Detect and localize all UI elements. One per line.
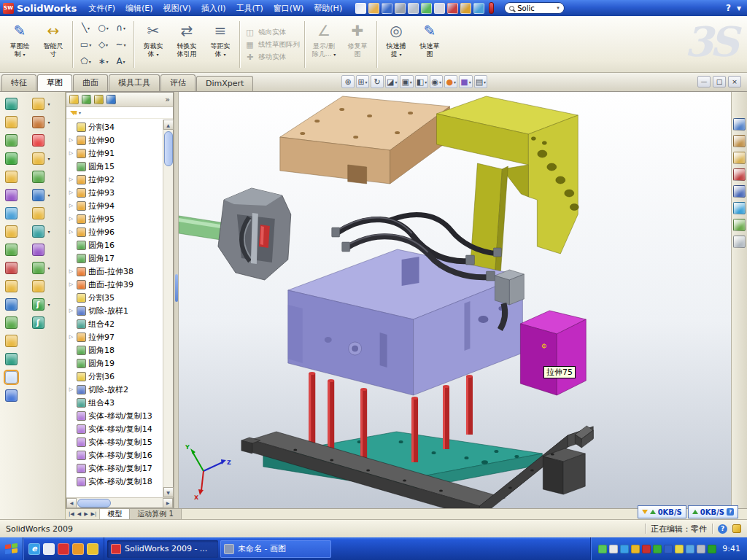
tab-mold-tools[interactable]: 模具工具 [109, 74, 160, 91]
open-icon[interactable] [368, 3, 379, 14]
start-button[interactable] [0, 537, 23, 560]
section-view-icon[interactable]: ◪▾ [385, 75, 398, 88]
tab-nav-arrow-icon[interactable]: ◀ [77, 511, 82, 517]
tab-nav-arrow-icon[interactable]: ▶ [83, 511, 88, 517]
restore-button[interactable]: □ [713, 76, 726, 88]
header-chevron-icon[interactable]: » [165, 95, 170, 104]
scroll-left-icon[interactable]: ◀ [66, 498, 77, 508]
tree-item[interactable]: ▷ 曲面-拉伸38 [68, 265, 163, 278]
dock-tool-icon[interactable] [5, 262, 18, 274]
home-icon[interactable] [733, 118, 746, 131]
tree-item[interactable]: ▷ 拉伸94 [68, 199, 163, 212]
view-orientation-icon[interactable]: ▣▾ [400, 75, 413, 88]
taskbar-button-solidworks[interactable]: SolidWorks 2009 - ... [107, 540, 218, 558]
tab-model[interactable]: 模型 [100, 509, 130, 519]
quick-tips-icon[interactable]: ? [718, 524, 727, 534]
hide-show-items-icon[interactable]: ◉▾ [430, 75, 443, 88]
menu-item[interactable]: 帮助(H) [309, 1, 347, 16]
tree-item[interactable]: 圆角15 [68, 160, 163, 173]
tree-item[interactable]: 圆角17 [68, 252, 163, 265]
search-box[interactable]: ▾ [504, 2, 565, 14]
tray-icon[interactable] [653, 545, 662, 553]
expand-arrow-icon[interactable]: ▷ [68, 334, 74, 340]
linear-sketch-pattern-button[interactable]: ▦线性草图阵列 [244, 40, 300, 50]
panel-splitter[interactable] [174, 92, 179, 508]
hook-tool-icon[interactable]: ʃ [32, 316, 44, 329]
tree-item[interactable]: 实体-移动/复制14 [68, 422, 163, 435]
tree-item[interactable]: ▷ 切除-放样2 [68, 383, 163, 396]
tree-item[interactable]: 组合42 [68, 317, 163, 330]
tree-item[interactable]: 分割35 [68, 291, 163, 304]
scroll-down-icon[interactable]: ▼ [163, 487, 174, 497]
expand-arrow-icon[interactable]: ▷ [68, 386, 74, 392]
ellipse-tool[interactable]: ◇▾ [95, 36, 112, 52]
tree-item[interactable]: ▷ 拉伸92 [68, 173, 163, 186]
expand-arrow-icon[interactable]: ▷ [68, 229, 74, 235]
previous-view-icon[interactable]: ↻ [371, 75, 384, 88]
tree-item[interactable]: ▷ 拉伸93 [68, 186, 163, 199]
hook-tool-icon[interactable]: ʃ [32, 298, 44, 311]
rectangle-tool[interactable]: ▭▾ [77, 36, 94, 52]
dock-tool-icon[interactable] [5, 207, 18, 219]
new-document-icon[interactable] [355, 3, 366, 14]
dock-tool-icon[interactable] [5, 189, 18, 201]
select-icon[interactable] [434, 3, 445, 14]
rebuild-icon[interactable] [447, 3, 458, 14]
dock-tool-icon[interactable] [32, 207, 44, 219]
options-icon[interactable] [460, 3, 471, 14]
zoom-to-area-icon[interactable]: ⊞▾ [356, 75, 369, 88]
print-icon[interactable] [395, 3, 406, 14]
featuremanager-tab-icon[interactable] [69, 95, 79, 104]
undo-icon[interactable] [421, 3, 432, 14]
mirror-entities-button[interactable]: ◫镜向实体 [244, 28, 300, 37]
dock-tool-icon[interactable] [5, 280, 18, 292]
text-tool[interactable]: A▾ [112, 53, 129, 69]
apply-scene-icon[interactable]: ■▾ [459, 75, 472, 88]
expand-arrow-icon[interactable]: ▷ [68, 176, 74, 182]
expand-arrow-icon[interactable]: ▷ [68, 216, 74, 222]
custom-properties-icon[interactable] [733, 236, 746, 248]
tree-item[interactable]: 圆角18 [68, 343, 163, 357]
display-delete-relations-button[interactable]: ∠ 显示/删除几... ▾ [307, 18, 341, 71]
dock-tool-icon[interactable] [32, 244, 44, 256]
design-library-icon[interactable] [733, 152, 746, 164]
edit-appearance-icon[interactable]: ●▾ [444, 75, 457, 88]
save-icon[interactable] [382, 3, 392, 14]
search-icon[interactable] [733, 185, 746, 198]
dock-tool-icon[interactable] [5, 225, 18, 238]
tree-item[interactable]: 组合43 [68, 396, 163, 409]
tree-item[interactable]: ▷ 拉伸96 [68, 225, 163, 238]
tree-item[interactable]: ▷ 拉伸91 [68, 147, 163, 160]
arc-tool[interactable]: ∩▾ [112, 20, 129, 36]
tree-vertical-scrollbar[interactable]: ▲ ▼ [163, 120, 173, 497]
dock-tool-icon[interactable] [5, 152, 18, 165]
tray-icon[interactable] [686, 545, 694, 553]
expand-arrow-icon[interactable]: ▷ [68, 137, 74, 143]
taskbar-button-paint[interactable]: 未命名 - 画图 [220, 540, 331, 558]
sketch-pencil-icon[interactable] [5, 371, 18, 384]
tree-item[interactable]: ▷ 拉伸95 [68, 212, 163, 225]
tree-item[interactable]: ▷ 拉伸90 [68, 133, 163, 147]
dock-tool-icon[interactable] [5, 316, 18, 329]
tree-item[interactable]: ▷ 拉伸97 [68, 330, 163, 343]
help-icon[interactable]: ? [726, 3, 731, 13]
dock-tool-icon[interactable] [5, 389, 18, 402]
sketch-button[interactable]: ✎ 草图绘制 ▾ [3, 18, 36, 71]
tree-item[interactable]: ▷ 曲面-拉伸39 [68, 278, 163, 291]
dock-tool-icon[interactable] [5, 335, 18, 347]
dock-tool-icon[interactable] [5, 134, 18, 147]
zoom-to-fit-icon[interactable]: ⊕ [341, 75, 355, 88]
solidworks-shortcut-icon[interactable] [58, 543, 69, 555]
quick-snaps-button[interactable]: ◎ 快速捕捉 ▾ [379, 18, 413, 71]
tree-horizontal-scrollbar[interactable]: ◀ ▶ [66, 497, 173, 508]
expand-arrow-icon[interactable]: ▷ [68, 203, 74, 209]
tree-item[interactable]: 实体-移动/复制13 [68, 409, 163, 422]
search-dropdown-icon[interactable]: ▾ [557, 5, 560, 11]
dock-tool-icon[interactable] [32, 98, 44, 110]
tray-icon[interactable] [697, 545, 705, 553]
tab-evaluate[interactable]: 评估 [160, 74, 196, 91]
repair-sketch-button[interactable]: ✚ 修复草图 [341, 18, 374, 71]
dock-tool-icon[interactable] [32, 152, 44, 165]
search-input[interactable] [517, 4, 554, 12]
dock-tool-icon[interactable] [32, 189, 44, 201]
